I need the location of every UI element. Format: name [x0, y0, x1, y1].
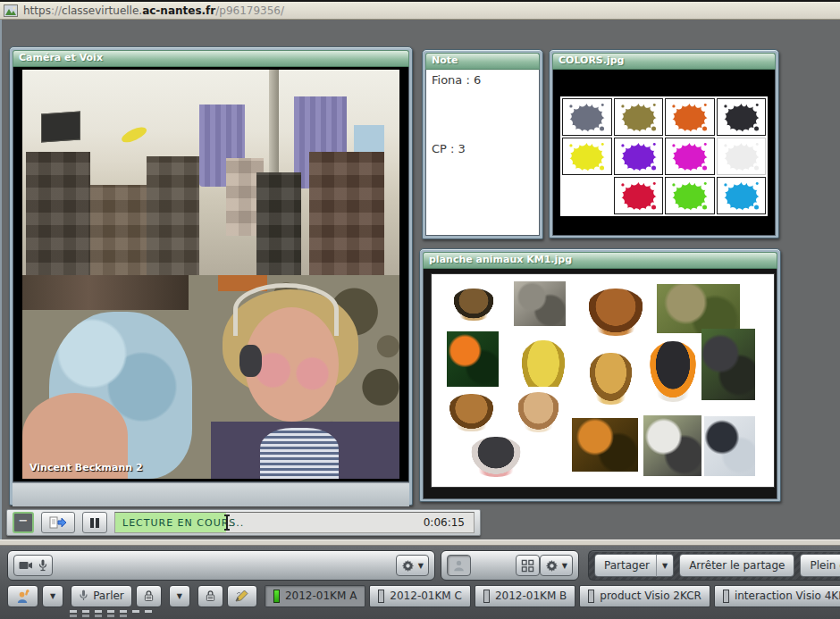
layout-grid-button[interactable] [516, 555, 540, 576]
paint-splat-swatch [614, 98, 664, 136]
status-dropdown-button[interactable]: ▼ [42, 585, 63, 607]
status-tail-text: . [228, 517, 232, 529]
raise-hand-icon [15, 590, 30, 603]
paint-splat-swatch [665, 177, 715, 214]
animal-board [431, 273, 775, 488]
taskbar: ▼ Parler ▼ [0, 584, 840, 607]
taskbar-grip-dashes [70, 610, 155, 613]
pause-button[interactable] [82, 512, 107, 533]
blurred-person [309, 152, 384, 275]
animal-silhouette [647, 341, 700, 402]
empty-cell [562, 177, 612, 214]
elapsed-time: 0:06:15 [424, 516, 465, 529]
animal-tiger [572, 418, 638, 472]
headset-earcup [239, 345, 262, 377]
pause-icon [96, 518, 99, 528]
share-section: Partager ▼ Arrêter le partage Plein écra… [588, 550, 840, 581]
blurred-person [147, 156, 199, 275]
animal-giraffe [583, 347, 639, 411]
microphone-icon [79, 590, 88, 602]
camera-voice-pod-titlebar[interactable]: Caméra et Voix [13, 50, 409, 67]
gear-icon [401, 559, 415, 573]
share-dropdown-button[interactable]: ▼ [656, 554, 674, 577]
window-frame-edge [0, 540, 840, 546]
paint-splat-swatch [665, 98, 715, 136]
av-options-button[interactable]: ▼ [396, 555, 429, 576]
playback-status-text: LECTURE EN COURS.. [115, 513, 226, 532]
camera-voice-pod: Caméra et Voix [9, 46, 413, 506]
paint-splat-swatch [562, 98, 612, 136]
users-options-button[interactable]: ▼ [540, 555, 573, 576]
playback-progress-bar[interactable]: LECTURE EN COURS.. . 0:06:15 [114, 512, 475, 533]
striped-scarf [260, 428, 340, 479]
animal-silhouette [585, 289, 647, 337]
animal-silhouette [587, 353, 634, 405]
tab-interaction-visio-4km[interactable]: interaction Visio 4KM [714, 585, 840, 607]
recording-playback-bar: − LECTURE EN COURS.. . 0:06:15 [6, 509, 481, 536]
lock-talk-button[interactable] [136, 585, 162, 607]
animal-rabbit [511, 387, 566, 438]
chevron-down-icon: ▼ [662, 562, 668, 570]
animal-toucan [642, 333, 704, 409]
phone-lock-button[interactable] [197, 585, 223, 607]
url-text[interactable]: https://classevirtuelle.ac-nantes.fr/p96… [23, 4, 284, 17]
audio-video-section: ▼ [7, 550, 435, 581]
animal-silhouette [468, 437, 524, 478]
blurred-person [26, 152, 90, 275]
animals-pod-titlebar[interactable]: planche animaux KM1.jpg [423, 252, 777, 269]
tab-2012-01km-a[interactable]: 2012-01KM A [265, 585, 365, 607]
video-feed-classroom [22, 70, 399, 275]
talk-dropdown-button[interactable]: ▼ [169, 585, 190, 607]
tab-label: product Visio 2KCR [600, 590, 701, 602]
note-pod: Note Fiona : 6 CP : 3 [422, 49, 543, 239]
chevron-down-icon: ▼ [562, 562, 567, 570]
paint-splat-swatch [717, 138, 767, 175]
share-button[interactable]: Partager [594, 554, 659, 577]
active-meeting-icon [273, 590, 280, 603]
video-camera-icon [19, 560, 35, 571]
blurred-person [90, 185, 147, 275]
picture-favicon-icon [4, 4, 18, 17]
speaker-name-label: Vincent Beckmann 2 [29, 462, 143, 473]
yellow-mobile [120, 124, 148, 145]
stop-share-button[interactable]: Arrêter le partage [679, 554, 794, 577]
note-text-area[interactable]: Fiona : 6 CP : 3 [425, 70, 540, 236]
talk-button[interactable]: Parler [71, 585, 132, 607]
chevron-down-icon: ▼ [418, 562, 424, 570]
animals-share-pod: planche animaux KM1.jpg [419, 248, 781, 502]
talk-label: Parler [93, 590, 124, 602]
camera-and-mic-button[interactable] [13, 555, 53, 576]
minimize-playbar-button[interactable]: − [13, 512, 34, 533]
meeting-page-icon [588, 590, 594, 603]
animal-penguin [704, 416, 755, 476]
animal-gorilla [701, 329, 755, 400]
meeting-stage: Caméra et Voix [0, 20, 840, 540]
fullscreen-button[interactable]: Plein écran [800, 554, 840, 577]
colors-pod-titlebar[interactable]: COLORS.jpg [552, 53, 776, 70]
attendee-status-button[interactable] [447, 555, 471, 576]
pause-icon [90, 518, 94, 528]
raise-hand-button[interactable] [7, 585, 38, 607]
whiteboard-tools-icon [235, 590, 249, 602]
tab-label: interaction Visio 4KM [735, 590, 840, 602]
wall-tv [41, 112, 80, 143]
video-feed-teacher: Vincent Beckmann 2 [22, 275, 399, 479]
index-navigate-button[interactable] [41, 512, 75, 533]
tab-product-visio-2kcr[interactable]: product Visio 2KCR [579, 585, 710, 607]
chevron-down-icon: ▼ [177, 592, 182, 600]
whiteboard-tools-button[interactable] [227, 585, 257, 607]
note-pod-titlebar[interactable]: Note [425, 53, 540, 70]
animal-mouse [463, 431, 529, 482]
document-arrow-icon [49, 516, 67, 529]
meeting-page-icon [723, 590, 729, 603]
paint-splat-swatch [614, 177, 664, 214]
tab-2012-01km-b[interactable]: 2012-01KM B [475, 585, 575, 607]
paint-splat-swatch [717, 98, 767, 136]
animal-silhouette [447, 394, 496, 431]
paint-splat-swatch [665, 138, 715, 175]
tab-2012-01km-c[interactable]: 2012-01KM C [369, 585, 471, 607]
tab-label: 2012-01KM B [495, 590, 567, 602]
animal-hamster [442, 389, 500, 436]
meeting-page-icon [483, 590, 490, 603]
blurred-person [256, 172, 302, 275]
